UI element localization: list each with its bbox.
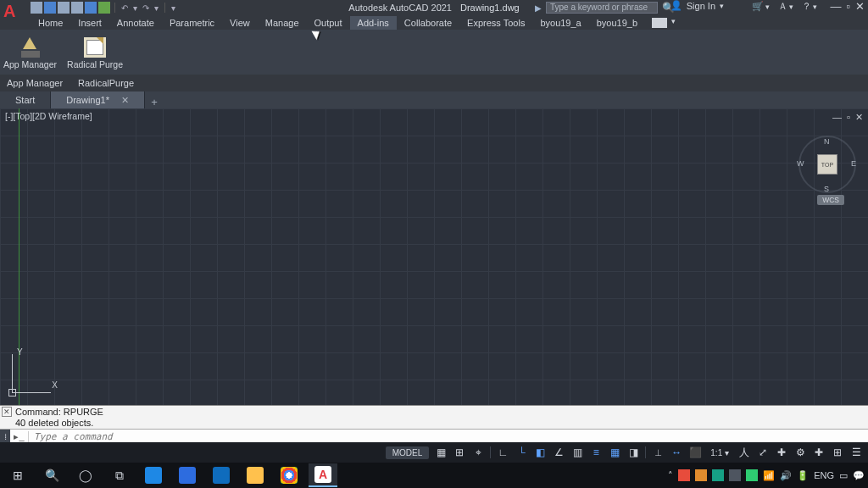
viewport-minimize-button[interactable]: — [832,112,842,123]
ribbon-tab-output[interactable]: Output [307,16,350,30]
system-tray[interactable]: ˄ 📶 🔊 🔋 ENG ▭ 💬 [668,469,865,481]
tab-drawing1[interactable]: Drawing1* ✕ [51,92,145,108]
taskbar-store[interactable] [173,463,202,487]
ribbon-extra-dropdown[interactable] [652,18,667,28]
status-toggle-icon[interactable]: ⟂ [651,446,665,459]
search-start-icon[interactable]: ▶ [535,3,542,13]
status-toggle-icon[interactable]: ✚ [812,446,826,459]
ribbon-tab-home[interactable]: Home [31,16,70,30]
ribbon-tab-byou19-b[interactable]: byou19_b [589,16,645,30]
status-toggle-icon[interactable]: ☰ [849,446,863,459]
status-scale[interactable]: 1:1 ▾ [707,448,732,458]
status-toggle-icon[interactable]: ⤢ [756,446,770,459]
window-restore-button[interactable]: ▫ [846,0,850,13]
app-logo[interactable]: A [3,2,22,20]
close-icon[interactable]: ✕ [121,95,129,106]
ribbon-tab-parametric[interactable]: Parametric [162,16,222,30]
task-view-icon[interactable]: ⧉ [105,463,134,487]
tray-app-icon[interactable] [712,469,724,481]
taskbar-explorer[interactable] [241,463,270,487]
ribbon-tab-express-tools[interactable]: Express Tools [459,16,532,30]
tray-action-center-icon[interactable]: 💬 [853,470,865,481]
cortana-icon[interactable]: ◯ [71,463,100,487]
taskbar-autocad[interactable]: A [309,463,337,487]
taskbar-mail[interactable] [207,463,236,487]
drawing-canvas[interactable] [0,108,868,405]
command-window[interactable]: ✕ Command: RPURGE 40 deleted objects. [0,405,868,429]
viewport-controls[interactable]: [-][Top][2D Wireframe] [5,111,92,121]
status-toggle-icon[interactable]: ⊞ [453,446,466,459]
tray-network-icon[interactable]: 📶 [763,470,775,481]
viewcube-w[interactable]: W [797,159,804,168]
new-tab-button[interactable]: + [145,96,164,108]
tab-start[interactable]: Start [0,92,51,108]
tray-language[interactable]: ENG [814,470,834,480]
taskbar-edge[interactable] [139,463,168,487]
qat-plot-icon[interactable] [98,2,110,14]
status-toggle-icon[interactable]: ⚙ [793,446,807,459]
radical-purge-button[interactable]: Radical Purge [67,37,123,69]
viewport-close-button[interactable]: ✕ [855,112,863,123]
qat-undo-icon[interactable]: ↶ [120,3,130,13]
command-input[interactable]: Type a command [29,431,868,442]
status-toggle-icon[interactable]: 人 [737,446,751,459]
viewcube-s[interactable]: S [824,185,829,193]
command-prompt-icon[interactable]: ▸_ [10,431,29,442]
taskbar-chrome[interactable] [275,463,303,487]
status-toggle-icon[interactable]: ⌖ [471,446,485,459]
status-model-button[interactable]: MODEL [386,446,430,459]
status-toggle-icon[interactable]: ≡ [589,446,603,459]
viewport-maximize-button[interactable]: ▫ [847,112,850,123]
status-toggle-icon[interactable]: ◨ [626,446,640,459]
status-toggle-icon[interactable]: ∠ [552,446,565,459]
tray-chevron-icon[interactable]: ˄ [668,470,673,481]
app-store-icon[interactable]: 🛒▾ [752,1,770,12]
status-toggle-icon[interactable]: ▥ [570,446,584,459]
tray-app-icon[interactable] [695,469,707,481]
qat-redo-icon[interactable]: ↷ [141,3,151,13]
status-toggle-icon[interactable]: ⬛ [688,446,702,459]
status-toggle-icon[interactable]: ↔ [670,446,683,459]
qat-new-icon[interactable] [31,2,42,14]
status-toggle-icon[interactable]: ∟ [496,446,509,459]
status-toggle-icon[interactable]: ▦ [608,446,621,459]
chevron-down-icon[interactable]: ▾ [720,2,724,10]
status-toggle-icon[interactable]: ✚ [775,446,788,459]
ribbon-tab-add-ins[interactable]: Add-ins [350,16,397,30]
tray-app-icon[interactable] [746,469,758,481]
autodesk-account-icon[interactable]: Ａ▾ [778,0,793,13]
tray-ime-icon[interactable]: ▭ [839,470,848,481]
viewcube-n[interactable]: N [824,137,830,146]
window-minimize-button[interactable]: — [830,0,841,13]
help-search-input[interactable]: Type a keyword or phrase [546,2,658,14]
ribbon-panel-title[interactable]: RadicalPurge [76,78,136,88]
qat-customize-icon[interactable]: ▾ [170,3,177,13]
qat-saveas-icon[interactable] [71,2,83,14]
start-button[interactable]: ⊞ [3,463,32,487]
qat-save-icon[interactable] [58,2,70,14]
tray-battery-icon[interactable]: 🔋 [797,470,809,481]
ribbon-tab-annotate[interactable]: Annotate [109,16,162,30]
app-manager-button[interactable]: App Manager [3,37,57,69]
taskbar-search-icon[interactable]: 🔍 [37,463,66,487]
ribbon-tab-view[interactable]: View [222,16,258,30]
ribbon-tab-collaborate[interactable]: Collaborate [397,16,459,30]
ribbon-tab-byou19-a[interactable]: byou19_a [532,16,588,30]
chevron-down-icon[interactable]: ▾ [131,3,139,13]
wcs-badge[interactable]: WCS [817,195,844,205]
ribbon-tab-insert[interactable]: Insert [70,16,109,30]
status-toggle-icon[interactable]: ⊞ [831,446,844,459]
tray-volume-icon[interactable]: 🔊 [780,470,792,481]
viewcube-face[interactable]: TOP [817,154,837,175]
ucs-icon[interactable]: Y X [7,349,56,398]
tray-app-icon[interactable] [678,469,690,481]
qat-open-icon[interactable] [44,2,56,14]
qat-share-icon[interactable] [85,2,97,14]
window-close-button[interactable]: ✕ [855,0,865,13]
ribbon-panel-title[interactable]: App Manager [5,78,64,88]
viewcube-e[interactable]: E [851,159,856,168]
status-toggle-icon[interactable]: └ [515,446,528,459]
command-close-button[interactable]: ✕ [2,407,12,417]
signin-button[interactable]: 👤 Sign In ▾ [670,0,724,11]
chevron-down-icon[interactable]: ▾ [153,3,160,13]
